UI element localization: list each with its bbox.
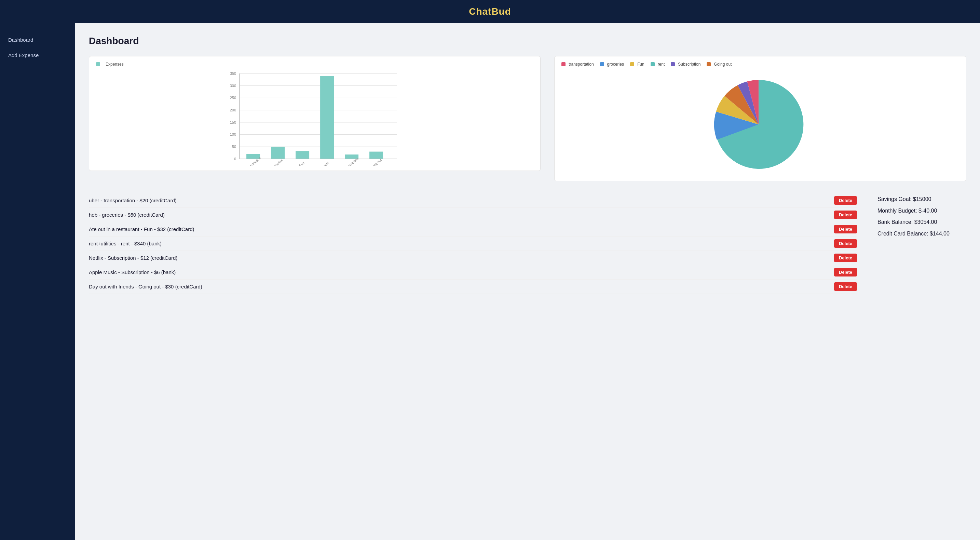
- pie-legend-dot-subscription: [671, 62, 675, 66]
- y-axis: 0 50 100 150 200 250 300 350: [230, 72, 397, 161]
- bank-balance: Bank Balance: $3054.00: [878, 216, 966, 228]
- delete-button-6[interactable]: Delete: [834, 282, 857, 291]
- bar-rent: [320, 76, 334, 159]
- expense-row-5: Apple Music - Subscription - $6 (bank) D…: [89, 265, 857, 280]
- pie-legend-groceries: groceries: [600, 62, 624, 67]
- expense-text-4: Netflix - Subscription - $12 (creditCard…: [89, 255, 177, 261]
- main-layout: Dashboard Add Expense Dashboard Expenses: [0, 23, 980, 540]
- svg-text:250: 250: [230, 96, 236, 100]
- monthly-budget: Monthly Budget: $-40.00: [878, 205, 966, 217]
- bar-chart: 0 50 100 150 200 250 300 350 transpor: [96, 70, 533, 166]
- expense-text-1: heb - groceries - $50 (creditCard): [89, 212, 165, 218]
- pie-legend-transportation: transportation: [562, 62, 593, 67]
- expense-row-4: Netflix - Subscription - $12 (creditCard…: [89, 251, 857, 265]
- expense-text-2: Ate out in a restaurant - Fun - $32 (cre…: [89, 226, 194, 232]
- expense-row-1: heb - groceries - $50 (creditCard) Delet…: [89, 208, 857, 222]
- app-header: ChatBud: [0, 0, 980, 23]
- delete-button-4[interactable]: Delete: [834, 253, 857, 262]
- expenses-section: uber - transportation - $20 (creditCard)…: [89, 193, 966, 294]
- sidebar-item-add-expense[interactable]: Add Expense: [0, 49, 75, 62]
- app-title: ChatBud: [469, 6, 511, 17]
- expense-row-2: Ate out in a restaurant - Fun - $32 (cre…: [89, 222, 857, 236]
- delete-button-5[interactable]: Delete: [834, 268, 857, 277]
- svg-text:300: 300: [230, 84, 236, 88]
- bar-chart-legend: Expenses: [96, 62, 533, 67]
- charts-row: Expenses: [89, 56, 966, 181]
- expense-text-6: Day out with friends - Going out - $30 (…: [89, 284, 202, 290]
- bar-fun: [296, 151, 309, 159]
- pie-legend-dot-going-out: [706, 62, 711, 66]
- credit-card-balance: Credit Card Balance: $144.00: [878, 228, 966, 240]
- delete-button-2[interactable]: Delete: [834, 225, 857, 233]
- sidebar: Dashboard Add Expense: [0, 23, 75, 540]
- pie-legend-subscription: Subscription: [671, 62, 700, 67]
- svg-text:0: 0: [234, 157, 236, 161]
- expense-text-0: uber - transportation - $20 (creditCard): [89, 198, 177, 203]
- pie-chart: [562, 72, 959, 174]
- svg-text:200: 200: [230, 108, 236, 112]
- svg-text:350: 350: [230, 72, 236, 75]
- main-content: Dashboard Expenses: [75, 23, 980, 540]
- bar-legend-dot: [96, 62, 100, 66]
- delete-button-3[interactable]: Delete: [834, 239, 857, 248]
- bar-legend-label: Expenses: [106, 62, 124, 67]
- sidebar-item-dashboard[interactable]: Dashboard: [0, 33, 75, 46]
- bar-chart-svg: 0 50 100 150 200 250 300 350 transpor: [96, 70, 533, 167]
- expense-row-3: rent+utilities - rent - $340 (bank) Dele…: [89, 236, 857, 251]
- svg-text:Fun: Fun: [298, 161, 305, 166]
- svg-text:50: 50: [232, 145, 236, 149]
- pie-legend-dot-transportation: [562, 62, 565, 66]
- summary-section: Savings Goal: $15000 Monthly Budget: $-4…: [878, 193, 966, 239]
- bar-groceries: [271, 147, 285, 159]
- pie-legend-rent: rent: [651, 62, 665, 67]
- bar-chart-container: Expenses: [89, 56, 541, 171]
- expense-text-5: Apple Music - Subscription - $6 (bank): [89, 269, 176, 275]
- pie-legend-dot-fun: [630, 62, 634, 66]
- pie-chart-container: transportation groceries Fun rent: [554, 56, 966, 181]
- svg-text:groceries: groceries: [270, 158, 284, 166]
- expense-row-0: uber - transportation - $20 (creditCard)…: [89, 193, 857, 208]
- expense-row-6: Day out with friends - Going out - $30 (…: [89, 280, 857, 294]
- pie-legend-going-out: Going out: [706, 62, 732, 67]
- savings-goal: Savings Goal: $15000: [878, 193, 966, 205]
- svg-text:100: 100: [230, 132, 236, 136]
- pie-legend-dot-groceries: [600, 62, 604, 66]
- delete-button-1[interactable]: Delete: [834, 210, 857, 219]
- svg-text:rent: rent: [323, 161, 330, 166]
- expense-text-3: rent+utilities - rent - $340 (bank): [89, 241, 162, 247]
- pie-legend-dot-rent: [651, 62, 655, 66]
- pie-legend-fun: Fun: [630, 62, 644, 67]
- bar-going-out: [369, 152, 383, 159]
- pie-chart-legend: transportation groceries Fun rent: [562, 62, 959, 67]
- svg-text:150: 150: [230, 120, 236, 124]
- delete-button-0[interactable]: Delete: [834, 196, 857, 205]
- pie-slices: [714, 80, 803, 169]
- page-title: Dashboard: [89, 35, 966, 46]
- expenses-list: uber - transportation - $20 (creditCard)…: [89, 193, 857, 294]
